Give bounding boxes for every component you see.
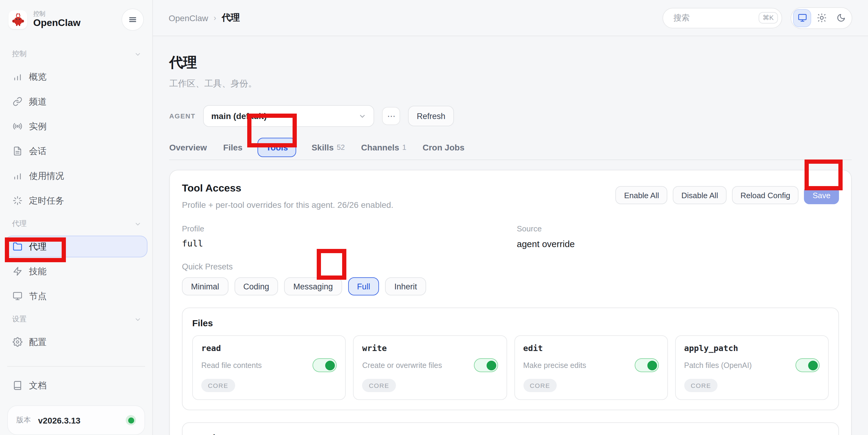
tool-toggle-on[interactable] (473, 358, 498, 372)
brand: 控制 OpenClaw (5, 8, 148, 31)
save-button[interactable]: Save (804, 186, 839, 204)
sidebar-item-spinner[interactable]: 定时任务 (5, 190, 148, 211)
sidebar-item-docs[interactable]: 文档 (5, 375, 148, 396)
tab-label: Channels (361, 142, 399, 152)
sun-icon (817, 13, 826, 22)
theme-dark-button[interactable] (832, 9, 850, 27)
sidebar-nav: 控制概览频道实例会话使用情况定时任务代理代理技能节点设置配置 (5, 42, 148, 356)
profile-source-grid: Profile full Source agent override (182, 224, 839, 249)
tool-card-read: readRead file contentsCORE (192, 335, 346, 400)
tool-group-title: Files (192, 318, 829, 328)
breadcrumb-root[interactable]: OpenClaw (168, 13, 208, 23)
openclaw-logo-icon (8, 10, 27, 29)
version-label: 版本 (16, 415, 31, 425)
sidebar-item-bars[interactable]: 使用情况 (5, 165, 148, 187)
preset-inherit-button[interactable]: Inherit (385, 277, 426, 295)
version-card: 版本 v2026.3.13 (7, 405, 145, 435)
tool-name: apply_patch (684, 343, 820, 353)
sidebar-item-radio[interactable]: 实例 (5, 115, 148, 137)
sidebar-divider (7, 366, 145, 367)
tool-card-edit: editMake precise editsCORE (514, 335, 668, 400)
agent-bar: AGENT main (default) ⋯ Refresh (169, 105, 852, 127)
sidebar-item-label: 文档 (29, 380, 46, 391)
moon-icon (836, 13, 845, 22)
chevron-down-icon (359, 112, 367, 120)
topbar-right: ⌘K (662, 7, 852, 29)
preset-messaging-button[interactable]: Messaging (284, 277, 342, 295)
section-label-text: 代理 (12, 219, 27, 229)
tab-overview[interactable]: Overview (169, 141, 207, 154)
agent-select[interactable]: main (default) (204, 105, 374, 127)
brand-kicker: 控制 (33, 10, 81, 17)
tab-label: Cron Jobs (423, 142, 464, 152)
bars-icon (13, 72, 22, 81)
tool-group-files: FilesreadRead file contentsCOREwriteCrea… (182, 307, 839, 410)
profile-label: Profile (182, 224, 517, 233)
theme-light-button[interactable] (812, 9, 831, 27)
section-label-text: 设置 (12, 314, 27, 325)
ellipsis-icon: ⋯ (387, 111, 396, 121)
tool-description: Patch files (OpenAI) (684, 361, 791, 369)
tab-tools[interactable]: Tools (257, 138, 297, 157)
tab-channels[interactable]: Channels1 (361, 141, 406, 154)
sidebar-item-label: 概览 (29, 71, 46, 82)
sidebar-collapse-button[interactable] (122, 8, 144, 31)
tool-access-subtitle: Profile + per-tool overrides for this ag… (182, 200, 394, 210)
tool-grid: readRead file contentsCOREwriteCreate or… (192, 335, 829, 400)
tab-files[interactable]: Files (223, 141, 243, 154)
tool-name: write (362, 343, 498, 353)
agent-more-button[interactable]: ⋯ (382, 107, 400, 125)
sidebar-section-label[interactable]: 设置 (5, 310, 148, 328)
reload-config-button[interactable]: Reload Config (732, 186, 799, 204)
core-badge: CORE (201, 379, 235, 392)
source-label: Source (517, 224, 839, 233)
sidebar-section-label[interactable]: 控制 (5, 45, 148, 63)
theme-system-button[interactable] (793, 9, 811, 27)
quick-presets: MinimalCodingMessagingFullInherit (182, 277, 839, 295)
tool-group-title: Runtime (192, 433, 829, 435)
sidebar-item-folder-active[interactable]: 代理 (5, 236, 148, 257)
tool-toggle-on[interactable] (635, 358, 659, 372)
sidebar-item-link[interactable]: 频道 (5, 91, 148, 112)
tab-count-badge: 1 (402, 143, 406, 152)
core-badge: CORE (523, 379, 557, 392)
tool-access-header: Tool Access Profile + per-tool overrides… (182, 182, 839, 210)
refresh-button[interactable]: Refresh (408, 106, 454, 126)
search-shortcut-badge: ⌘K (758, 12, 778, 24)
gear-icon (13, 337, 22, 347)
sidebar-item-zap[interactable]: 技能 (5, 260, 148, 282)
chevron-down-icon (134, 51, 142, 58)
chevron-down-icon (134, 316, 142, 323)
search-input[interactable] (672, 13, 755, 23)
theme-switcher (790, 7, 852, 29)
preset-full-button[interactable]: Full (348, 277, 379, 295)
tool-group-runtime: RuntimeexecRun shell commandsprocessMana… (182, 422, 839, 435)
sidebar-item-gear[interactable]: 配置 (5, 331, 148, 353)
app-root: 控制 OpenClaw 控制概览频道实例会话使用情况定时任务代理代理技能节点设置… (0, 0, 868, 435)
preset-minimal-button[interactable]: Minimal (182, 277, 228, 295)
tool-name: edit (523, 343, 659, 353)
chevron-down-icon (134, 220, 142, 228)
tool-description: Read file contents (201, 361, 308, 369)
tool-toggle-on[interactable] (313, 358, 337, 372)
tab-cron-jobs[interactable]: Cron Jobs (423, 141, 464, 154)
page-subtitle: 工作区、工具、身份。 (169, 78, 852, 90)
preset-coding-button[interactable]: Coding (234, 277, 278, 295)
sidebar-item-label: 频道 (29, 96, 46, 107)
tab-count-badge: 52 (337, 143, 345, 152)
search-box[interactable]: ⌘K (662, 7, 782, 28)
sidebar-item-file[interactable]: 会话 (5, 140, 148, 162)
breadcrumb-current: 代理 (221, 12, 240, 24)
tool-toggle-on[interactable] (796, 358, 819, 372)
sidebar-section-label[interactable]: 代理 (5, 215, 148, 233)
breadcrumb: OpenClaw › 代理 (168, 12, 240, 24)
sidebar-item-bars[interactable]: 概览 (5, 66, 148, 88)
sidebar-item-label: 节点 (29, 290, 46, 302)
enable-all-button[interactable]: Enable All (616, 186, 668, 204)
tab-skills[interactable]: Skills52 (312, 141, 345, 154)
page-title: 代理 (169, 53, 852, 72)
source-value: agent override (517, 239, 839, 249)
disable-all-button[interactable]: Disable All (673, 186, 726, 204)
sidebar-item-monitor[interactable]: 节点 (5, 285, 148, 307)
book-icon (13, 380, 22, 390)
